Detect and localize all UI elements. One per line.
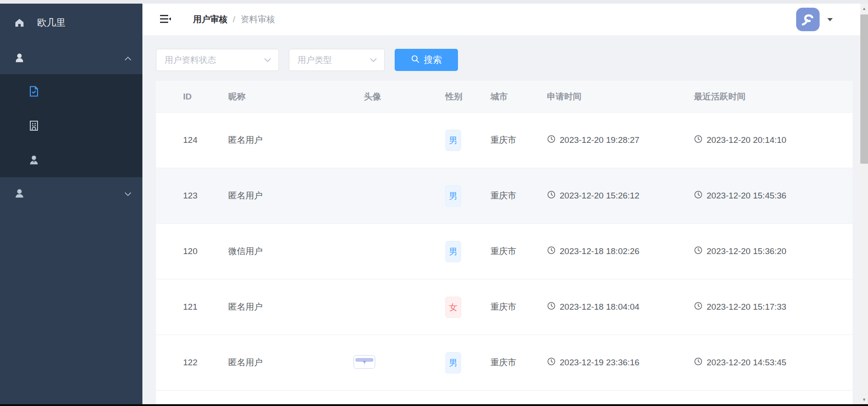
row-gender-cell: 女 xyxy=(434,297,479,318)
filter-bar: 用户资料状态 用户类型 搜索 xyxy=(156,49,860,71)
active-time-cell: 2023-12-20 15:36:20 xyxy=(683,246,853,257)
row-id-cell: 123 xyxy=(156,191,217,201)
home-icon xyxy=(14,17,25,28)
topbar: 用户审核 / 资料审核 xyxy=(142,4,860,35)
row-nickname-cell: 匿名用户 xyxy=(217,357,353,368)
chevron-down-icon xyxy=(264,56,271,64)
breadcrumb-separator: / xyxy=(233,14,235,24)
table-row: 120微信用户男重庆市2023-12-18 18:02:262023-12-20… xyxy=(156,224,853,279)
apply-time-cell: 2023-12-20 19:28:27 xyxy=(536,135,683,146)
column-header: 昵称 xyxy=(217,91,353,103)
scroll-down-icon[interactable]: ▼ xyxy=(860,396,868,403)
scroll-up-icon[interactable]: ▲ xyxy=(860,5,868,12)
active-time-cell: 2023-12-20 20:14:10 xyxy=(683,135,853,146)
chevron-up-icon xyxy=(124,53,132,63)
row-nickname-cell: 微信用户 xyxy=(217,245,353,257)
document-check-icon xyxy=(28,85,40,97)
audit-user-icon xyxy=(14,52,25,64)
chevron-down-icon xyxy=(124,189,132,199)
column-header: 性别 xyxy=(434,91,479,103)
column-header: 申请时间 xyxy=(536,91,683,103)
breadcrumb-current: 资料审核 xyxy=(241,14,275,25)
gender-badge: 男 xyxy=(445,352,461,373)
sidebar-item-profile-audit[interactable] xyxy=(0,74,142,109)
sidebar-item-user-audit[interactable] xyxy=(0,42,142,74)
row-nickname-cell: 匿名用户 xyxy=(217,190,353,202)
table-row: 124匿名用户男重庆市2023-12-20 19:28:272023-12-20… xyxy=(156,113,853,168)
user-avatar[interactable] xyxy=(796,8,820,31)
school-building-icon xyxy=(28,120,40,132)
gender-badge: 男 xyxy=(445,185,461,207)
table-row: 121匿名用户女重庆市2023-12-18 18:04:042023-12-20… xyxy=(156,279,853,335)
sidebar-menu xyxy=(0,42,142,210)
row-city-cell: 重庆市 xyxy=(479,357,536,368)
user-type-placeholder: 用户类型 xyxy=(297,54,332,66)
gender-badge: 男 xyxy=(445,241,461,262)
clock-icon xyxy=(694,135,703,146)
sidebar-item-education-audit[interactable] xyxy=(0,109,142,143)
sidebar-item-user-manage[interactable] xyxy=(0,177,142,210)
row-avatar-cell xyxy=(353,358,434,368)
search-button[interactable]: 搜索 xyxy=(395,49,458,71)
clock-icon xyxy=(547,190,556,201)
apply-time-cell: 2023-12-20 15:26:12 xyxy=(536,190,683,201)
vertical-scrollbar[interactable]: ▲ ▼ xyxy=(860,4,868,406)
clock-icon xyxy=(694,302,703,312)
table-row: 123匿名用户男重庆市2023-12-20 15:26:122023-12-20… xyxy=(156,168,853,224)
window-top-edge xyxy=(0,0,868,4)
app-title: 欧几里 xyxy=(37,16,66,29)
breadcrumb-parent[interactable]: 用户审核 xyxy=(193,14,227,25)
row-city-cell: 重庆市 xyxy=(479,190,536,202)
user-type-select[interactable]: 用户类型 xyxy=(289,49,385,71)
row-id-cell: 120 xyxy=(156,246,217,256)
scrollbar-thumb[interactable] xyxy=(860,14,868,164)
clock-icon xyxy=(547,302,556,312)
clock-icon xyxy=(694,190,703,201)
active-time-cell: 2023-12-20 15:17:33 xyxy=(683,302,853,312)
table-row-partial xyxy=(156,391,853,406)
sidebar-item-realname-audit[interactable] xyxy=(0,143,142,177)
clock-icon xyxy=(694,357,703,368)
sidebar-submenu xyxy=(0,74,142,177)
row-nickname-cell: 匿名用户 xyxy=(217,134,353,146)
row-id-cell: 122 xyxy=(156,358,217,368)
gender-badge: 女 xyxy=(445,297,461,318)
row-city-cell: 重庆市 xyxy=(479,134,536,146)
row-gender-cell: 男 xyxy=(434,185,479,207)
main-content: 用户资料状态 用户类型 搜索 ID昵称头像性别城市申请时间最近活跃时间 124匿… xyxy=(142,35,860,406)
sidebar-collapse-button[interactable] xyxy=(160,14,171,26)
apply-time-cell: 2023-12-19 23:36:16 xyxy=(536,357,683,368)
id-person-icon xyxy=(28,154,40,166)
clock-icon xyxy=(547,357,556,368)
row-id-cell: 121 xyxy=(156,302,217,312)
column-header: 头像 xyxy=(353,91,434,103)
clock-icon xyxy=(547,246,556,257)
active-time-cell: 2023-12-20 14:53:45 xyxy=(683,357,853,368)
breadcrumb: 用户审核 / 资料审核 xyxy=(193,14,275,25)
search-button-label: 搜索 xyxy=(424,54,442,66)
clock-icon xyxy=(547,135,556,146)
row-id-cell: 124 xyxy=(156,135,217,145)
apply-time-cell: 2023-12-18 18:02:26 xyxy=(536,246,683,257)
row-city-cell: 重庆市 xyxy=(479,301,536,313)
manage-user-icon xyxy=(14,188,25,199)
user-area xyxy=(796,8,833,31)
row-city-cell: 重庆市 xyxy=(479,245,536,257)
avatar xyxy=(364,357,365,368)
column-header: ID xyxy=(156,92,217,102)
brand-logo-icon xyxy=(799,11,816,28)
chevron-down-icon xyxy=(370,56,377,64)
profile-status-placeholder: 用户资料状态 xyxy=(165,54,216,66)
hamburger-icon xyxy=(160,14,171,26)
apply-time-cell: 2023-12-18 18:04:04 xyxy=(536,302,683,312)
user-menu-caret-icon[interactable] xyxy=(827,17,833,22)
row-gender-cell: 男 xyxy=(434,241,479,262)
table-header-row: ID昵称头像性别城市申请时间最近活跃时间 xyxy=(156,81,853,113)
row-gender-cell: 男 xyxy=(434,130,479,151)
active-time-cell: 2023-12-20 15:45:36 xyxy=(683,190,853,201)
table-row: 122匿名用户男重庆市2023-12-19 23:36:162023-12-20… xyxy=(156,335,853,391)
sidebar-logo[interactable]: 欧几里 xyxy=(0,4,142,42)
search-icon xyxy=(411,55,420,66)
clock-icon xyxy=(694,246,703,257)
profile-status-select[interactable]: 用户资料状态 xyxy=(156,49,279,71)
